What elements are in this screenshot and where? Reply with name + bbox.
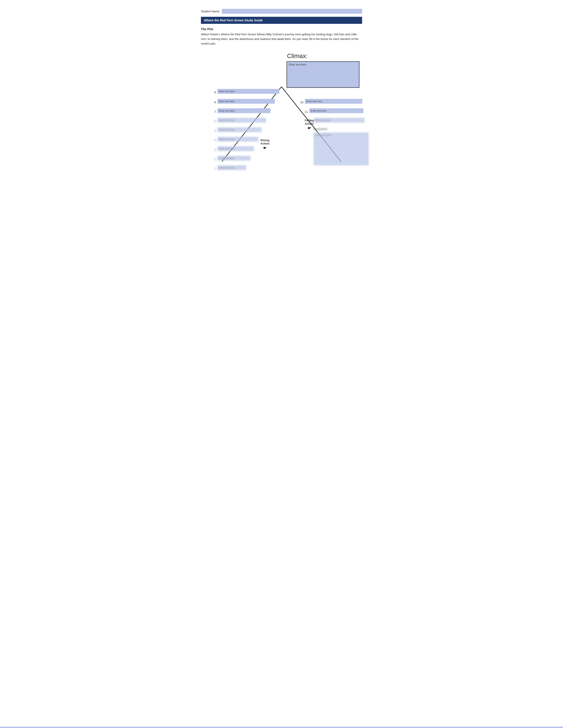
item-7-box[interactable]: Enter text here bbox=[217, 108, 270, 113]
item-6-number: 6. bbox=[213, 120, 216, 123]
student-name-input[interactable] bbox=[222, 9, 362, 14]
climax-box[interactable]: Enter text here bbox=[287, 61, 360, 88]
item-8-box[interactable]: Enter text here bbox=[217, 99, 275, 104]
item-7-text: Enter text here bbox=[219, 109, 235, 112]
resolution-text: Enter text here bbox=[315, 134, 331, 136]
item-3-box[interactable]: Enter text here bbox=[217, 146, 254, 151]
item-8-number: 8. bbox=[213, 101, 216, 104]
rising-item-6: 6. Enter text here bbox=[213, 118, 266, 123]
rising-item-5: 5. Enter text here bbox=[213, 127, 261, 132]
item-1-box[interactable]: Enter text here bbox=[217, 165, 246, 170]
climax-text: Enter text here bbox=[289, 63, 306, 66]
rising-item-2: 2. Enter text here bbox=[213, 156, 250, 161]
item-7-number: 7. bbox=[213, 111, 216, 113]
item-5-number: 5. bbox=[213, 129, 216, 132]
plot-paragraph: Wilson Rawls's Where the Red Fern Grows … bbox=[201, 32, 362, 46]
item-4-text: Enter text here bbox=[219, 138, 235, 141]
item-10-number: 10. bbox=[300, 101, 304, 104]
item-1-text: Enter text here bbox=[219, 166, 235, 169]
falling-item-10: 10. Enter text here bbox=[300, 99, 362, 104]
item-2-text: Enter text here bbox=[219, 157, 235, 159]
falling-item-11: 11. Enter text here bbox=[305, 108, 364, 113]
climax-label: Climax: bbox=[287, 53, 308, 60]
item-4-number: 4. bbox=[213, 139, 216, 142]
item-12-box[interactable]: Enter text here bbox=[314, 118, 365, 123]
item-12-number: 12. bbox=[309, 120, 313, 123]
rising-item-4: 4. Enter text here bbox=[213, 137, 258, 142]
section-title: The Plot bbox=[201, 27, 362, 31]
item-6-text: Enter text here bbox=[219, 119, 235, 122]
item-12-text: Enter text here bbox=[315, 119, 331, 122]
item-11-text: Enter text here bbox=[311, 109, 327, 112]
rising-item-3: 3. Enter text here bbox=[213, 146, 254, 151]
title-normal: Study Guide bbox=[244, 19, 263, 22]
rising-item-7: 7. Enter text here bbox=[213, 108, 270, 113]
item-2-number: 2. bbox=[213, 158, 216, 161]
item-6-box[interactable]: Enter text here bbox=[217, 118, 266, 123]
rising-item-8: 8. Enter text here bbox=[213, 99, 275, 104]
student-name-row: Student Name: bbox=[201, 9, 362, 14]
diagram-area: Climax: Enter text here RisingAction ☛ F… bbox=[201, 53, 362, 189]
item-11-number: 11. bbox=[305, 111, 309, 113]
rising-item-9: 9. Enter text here bbox=[213, 89, 279, 94]
item-10-box[interactable]: Enter text here bbox=[305, 99, 362, 104]
item-9-number: 9. bbox=[213, 91, 216, 94]
item-2-box[interactable]: Enter text here bbox=[217, 156, 250, 161]
title-italic: Where the Red Fern Grows bbox=[204, 19, 244, 22]
item-8-text: Enter text here bbox=[219, 100, 235, 103]
item-3-number: 3. bbox=[213, 148, 216, 151]
item-3-text: Enter text here bbox=[219, 147, 235, 150]
rising-action-label: RisingAction ☛ bbox=[260, 139, 269, 150]
item-1-number: 1. bbox=[213, 167, 216, 170]
rising-item-1: 1. Enter text here bbox=[213, 165, 246, 170]
falling-item-12: 12. Enter text here bbox=[309, 118, 365, 123]
item-9-text: Enter text here bbox=[219, 90, 235, 93]
item-11-box[interactable]: Enter text here bbox=[309, 108, 364, 113]
item-10-text: Enter text here bbox=[306, 100, 322, 103]
resolution-label-blurred: Resolution: bbox=[314, 128, 328, 131]
item-5-text: Enter text here bbox=[219, 128, 235, 131]
item-5-box[interactable]: Enter text here bbox=[217, 127, 261, 132]
title-bar: Where the Red Fern Grows Study Guide bbox=[201, 17, 362, 24]
item-4-box[interactable]: Enter text here bbox=[217, 137, 258, 142]
item-9-box[interactable]: Enter text here bbox=[217, 89, 279, 94]
student-name-label: Student Name: bbox=[201, 10, 220, 13]
resolution-box[interactable]: Enter text here bbox=[314, 132, 369, 165]
